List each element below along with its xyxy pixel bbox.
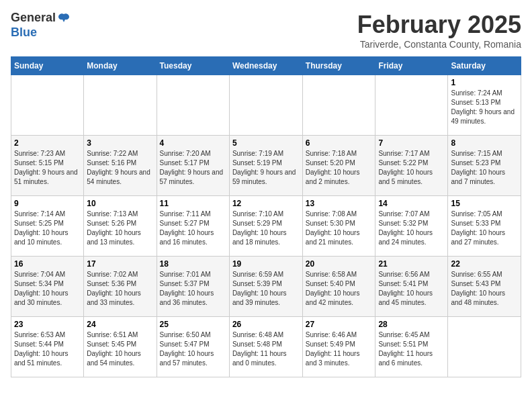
day-info: Sunrise: 6:50 AM Sunset: 5:47 PM Dayligh… xyxy=(160,330,226,368)
calendar-week-row: 9Sunrise: 7:14 AM Sunset: 5:25 PM Daylig… xyxy=(11,196,521,257)
day-info: Sunrise: 6:46 AM Sunset: 5:49 PM Dayligh… xyxy=(306,330,373,368)
location-subtitle: Tariverde, Constanta County, Romania xyxy=(357,39,521,50)
table-row: 15Sunrise: 7:05 AM Sunset: 5:33 PM Dayli… xyxy=(448,196,521,257)
day-number: 15 xyxy=(451,199,518,208)
day-number: 28 xyxy=(378,320,445,329)
day-number: 27 xyxy=(306,320,373,329)
day-info: Sunrise: 6:45 AM Sunset: 5:51 PM Dayligh… xyxy=(378,330,445,368)
table-row xyxy=(157,75,229,136)
table-row: 3Sunrise: 7:22 AM Sunset: 5:16 PM Daylig… xyxy=(84,136,157,196)
day-number: 8 xyxy=(451,138,518,148)
table-row: 24Sunrise: 6:51 AM Sunset: 5:45 PM Dayli… xyxy=(84,317,157,377)
day-info: Sunrise: 6:55 AM Sunset: 5:43 PM Dayligh… xyxy=(451,270,518,308)
table-row: 23Sunrise: 6:53 AM Sunset: 5:44 PM Dayli… xyxy=(11,317,84,377)
day-info: Sunrise: 7:18 AM Sunset: 5:20 PM Dayligh… xyxy=(306,149,373,187)
day-info: Sunrise: 7:10 AM Sunset: 5:29 PM Dayligh… xyxy=(232,210,300,247)
day-number: 4 xyxy=(160,138,226,148)
day-number: 17 xyxy=(87,259,153,269)
day-number: 22 xyxy=(451,259,518,269)
day-info: Sunrise: 7:23 AM Sunset: 5:15 PM Dayligh… xyxy=(14,149,81,187)
table-row: 21Sunrise: 6:56 AM Sunset: 5:41 PM Dayli… xyxy=(375,257,448,317)
day-info: Sunrise: 7:04 AM Sunset: 5:34 PM Dayligh… xyxy=(14,270,81,308)
col-saturday: Saturday xyxy=(448,57,521,75)
table-row xyxy=(11,75,84,136)
table-row xyxy=(448,317,521,377)
day-info: Sunrise: 7:07 AM Sunset: 5:32 PM Dayligh… xyxy=(378,210,445,247)
logo-general-text: General xyxy=(11,11,56,26)
day-number: 16 xyxy=(14,259,81,269)
day-number: 6 xyxy=(306,138,373,148)
table-row: 9Sunrise: 7:14 AM Sunset: 5:25 PM Daylig… xyxy=(11,196,84,257)
col-monday: Monday xyxy=(84,57,157,75)
table-row: 20Sunrise: 6:58 AM Sunset: 5:40 PM Dayli… xyxy=(302,257,375,317)
logo-bird-icon xyxy=(57,11,71,25)
day-info: Sunrise: 6:56 AM Sunset: 5:41 PM Dayligh… xyxy=(378,270,445,308)
table-row: 18Sunrise: 7:01 AM Sunset: 5:37 PM Dayli… xyxy=(157,257,229,317)
table-row: 8Sunrise: 7:15 AM Sunset: 5:23 PM Daylig… xyxy=(448,136,521,196)
day-info: Sunrise: 7:20 AM Sunset: 5:17 PM Dayligh… xyxy=(160,149,226,187)
table-row: 17Sunrise: 7:02 AM Sunset: 5:36 PM Dayli… xyxy=(84,257,157,317)
day-info: Sunrise: 7:02 AM Sunset: 5:36 PM Dayligh… xyxy=(87,270,153,308)
day-info: Sunrise: 6:58 AM Sunset: 5:40 PM Dayligh… xyxy=(306,270,373,308)
calendar-week-row: 1Sunrise: 7:24 AM Sunset: 5:13 PM Daylig… xyxy=(11,75,521,136)
header: General Blue February 2025 Tariverde, Co… xyxy=(11,11,521,50)
table-row: 16Sunrise: 7:04 AM Sunset: 5:34 PM Dayli… xyxy=(11,257,84,317)
day-number: 2 xyxy=(14,138,81,148)
table-row: 1Sunrise: 7:24 AM Sunset: 5:13 PM Daylig… xyxy=(448,75,521,136)
table-row: 12Sunrise: 7:10 AM Sunset: 5:29 PM Dayli… xyxy=(229,196,302,257)
month-title: February 2025 xyxy=(357,11,521,39)
calendar-header-row: Sunday Monday Tuesday Wednesday Thursday… xyxy=(11,57,521,75)
day-info: Sunrise: 7:14 AM Sunset: 5:25 PM Dayligh… xyxy=(14,210,81,247)
day-info: Sunrise: 7:01 AM Sunset: 5:37 PM Dayligh… xyxy=(160,270,226,308)
day-info: Sunrise: 6:48 AM Sunset: 5:48 PM Dayligh… xyxy=(232,330,300,368)
table-row: 19Sunrise: 6:59 AM Sunset: 5:39 PM Dayli… xyxy=(229,257,302,317)
day-number: 7 xyxy=(378,138,445,148)
day-number: 23 xyxy=(14,320,81,329)
day-info: Sunrise: 7:11 AM Sunset: 5:27 PM Dayligh… xyxy=(160,210,226,247)
table-row: 7Sunrise: 7:17 AM Sunset: 5:22 PM Daylig… xyxy=(375,136,448,196)
table-row xyxy=(302,75,375,136)
day-number: 1 xyxy=(451,78,518,87)
table-row: 4Sunrise: 7:20 AM Sunset: 5:17 PM Daylig… xyxy=(157,136,229,196)
calendar: Sunday Monday Tuesday Wednesday Thursday… xyxy=(11,56,521,377)
day-info: Sunrise: 6:59 AM Sunset: 5:39 PM Dayligh… xyxy=(232,270,300,308)
day-number: 21 xyxy=(378,259,445,269)
logo-blue-text: Blue xyxy=(11,26,71,40)
table-row: 25Sunrise: 6:50 AM Sunset: 5:47 PM Dayli… xyxy=(157,317,229,377)
table-row: 5Sunrise: 7:19 AM Sunset: 5:19 PM Daylig… xyxy=(229,136,302,196)
day-number: 12 xyxy=(232,199,300,208)
col-thursday: Thursday xyxy=(302,57,375,75)
day-number: 20 xyxy=(306,259,373,269)
table-row: 26Sunrise: 6:48 AM Sunset: 5:48 PM Dayli… xyxy=(229,317,302,377)
day-info: Sunrise: 7:08 AM Sunset: 5:30 PM Dayligh… xyxy=(306,210,373,247)
table-row xyxy=(375,75,448,136)
table-row: 27Sunrise: 6:46 AM Sunset: 5:49 PM Dayli… xyxy=(302,317,375,377)
day-number: 13 xyxy=(306,199,373,208)
title-section: February 2025 Tariverde, Constanta Count… xyxy=(357,11,521,50)
col-sunday: Sunday xyxy=(11,57,84,75)
day-info: Sunrise: 7:17 AM Sunset: 5:22 PM Dayligh… xyxy=(378,149,445,187)
day-info: Sunrise: 6:53 AM Sunset: 5:44 PM Dayligh… xyxy=(14,330,81,368)
logo: General Blue xyxy=(11,11,71,40)
table-row: 14Sunrise: 7:07 AM Sunset: 5:32 PM Dayli… xyxy=(375,196,448,257)
col-friday: Friday xyxy=(375,57,448,75)
day-info: Sunrise: 7:13 AM Sunset: 5:26 PM Dayligh… xyxy=(87,210,153,247)
calendar-week-row: 2Sunrise: 7:23 AM Sunset: 5:15 PM Daylig… xyxy=(11,136,521,196)
day-info: Sunrise: 7:24 AM Sunset: 5:13 PM Dayligh… xyxy=(451,89,518,126)
col-wednesday: Wednesday xyxy=(229,57,302,75)
table-row: 10Sunrise: 7:13 AM Sunset: 5:26 PM Dayli… xyxy=(84,196,157,257)
table-row: 2Sunrise: 7:23 AM Sunset: 5:15 PM Daylig… xyxy=(11,136,84,196)
table-row xyxy=(229,75,302,136)
day-number: 3 xyxy=(87,138,153,148)
day-info: Sunrise: 7:05 AM Sunset: 5:33 PM Dayligh… xyxy=(451,210,518,247)
day-number: 11 xyxy=(160,199,226,208)
day-number: 5 xyxy=(232,138,300,148)
day-info: Sunrise: 7:19 AM Sunset: 5:19 PM Dayligh… xyxy=(232,149,300,187)
day-number: 14 xyxy=(378,199,445,208)
table-row: 11Sunrise: 7:11 AM Sunset: 5:27 PM Dayli… xyxy=(157,196,229,257)
day-number: 19 xyxy=(232,259,300,269)
table-row xyxy=(84,75,157,136)
calendar-week-row: 23Sunrise: 6:53 AM Sunset: 5:44 PM Dayli… xyxy=(11,317,521,377)
day-number: 24 xyxy=(87,320,153,329)
table-row: 28Sunrise: 6:45 AM Sunset: 5:51 PM Dayli… xyxy=(375,317,448,377)
